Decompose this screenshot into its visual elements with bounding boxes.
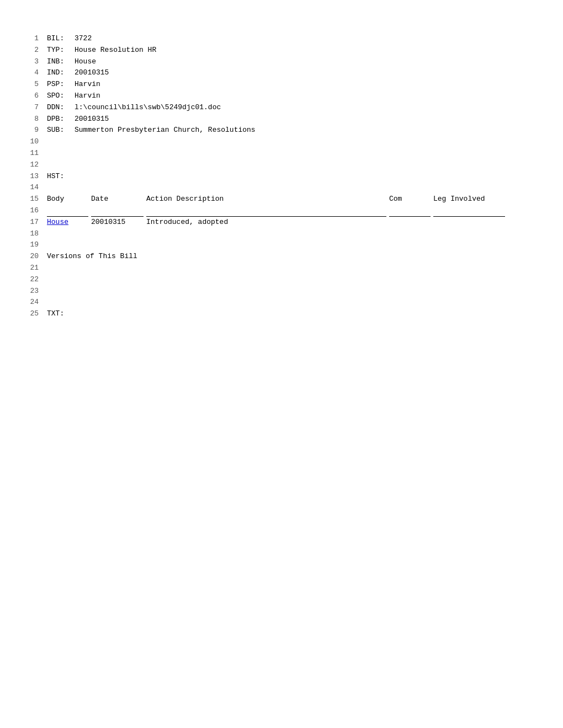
table-divider [47,205,541,217]
line-number: 21 [22,263,39,274]
field-line: HST: [47,171,541,183]
line-number: 2 [22,45,39,56]
line-number: 17 [22,217,39,228]
line-number: 14 [22,182,39,194]
field-line: PSP:Harvin [47,79,541,90]
empty-line [47,182,541,194]
line-12: 12 [22,159,541,171]
line-16: 16 [22,205,541,217]
line-20: 20Versions of This Bill [22,251,541,263]
field-label: SPO: [47,90,72,102]
field-line: SUB:Summerton Presbyterian Church, Resol… [47,125,541,136]
line-number: 6 [22,90,39,102]
field-label: SUB: [47,125,72,136]
field-line: INB:House [47,56,541,68]
field-value: 20010315 [75,115,109,123]
line-13: 13HST: [22,171,541,183]
field-value: House Resolution HR [75,46,156,54]
line-number: 4 [22,67,39,79]
line-7: 7DDN:l:\council\bills\swb\5249djc01.doc [22,102,541,114]
field-value: Harvin [75,92,100,100]
field-label: INB: [47,56,72,68]
com-cell [389,217,433,228]
empty-line [47,297,541,308]
line-11: 11 [22,148,541,159]
line-18: 18 [22,228,541,240]
line-number: 8 [22,114,39,125]
field-line: DPB:20010315 [47,114,541,125]
house-link[interactable]: House [47,218,68,226]
line-number: 16 [22,205,39,217]
leg-cell [433,217,516,228]
field-line: DDN:l:\council\bills\swb\5249djc01.doc [47,102,541,114]
document-container: 1BIL:37222TYP:House Resolution HR3INB:Ho… [22,33,541,320]
field-value: Summerton Presbyterian Church, Resolutio… [75,126,256,134]
empty-line [47,159,541,171]
field-label: DDN: [47,102,72,114]
line-1: 1BIL:3722 [22,33,541,45]
line-23: 23 [22,286,541,297]
line-17: 17House20010315Introduced, adopted [22,217,541,228]
table-row: House20010315Introduced, adopted [47,217,541,228]
line-number: 22 [22,274,39,286]
date-cell: 20010315 [91,217,146,228]
line-number: 13 [22,171,39,183]
line-24: 24 [22,297,541,308]
body-header: Body [47,194,91,205]
line-number: 15 [22,194,39,205]
empty-line [47,148,541,159]
field-label: HST: [47,171,72,183]
table-header: BodyDateAction DescriptionComLeg Involve… [47,194,541,205]
field-line: TXT: [47,308,541,320]
line-number: 7 [22,102,39,114]
field-value: 20010315 [75,68,109,77]
field-label: DPB: [47,114,72,125]
field-value: Harvin [75,80,100,88]
field-label: BIL: [47,33,72,45]
line-number: 9 [22,125,39,136]
field-label: TXT: [47,308,72,320]
empty-line [47,136,541,148]
line-number: 24 [22,297,39,308]
line-number: 11 [22,148,39,159]
line-number: 1 [22,33,39,45]
field-value: l:\council\bills\swb\5249djc01.doc [75,103,221,111]
line-number: 10 [22,136,39,148]
field-line: BIL:3722 [47,33,541,45]
line-19: 19 [22,239,541,251]
field-line: TYP:House Resolution HR [47,45,541,56]
line-25: 25TXT: [22,308,541,320]
leg-header: Leg Involved [433,194,516,205]
field-line: SPO:Harvin [47,90,541,102]
date-header: Date [91,194,146,205]
field-label: TYP: [47,45,72,56]
line-8: 8DPB:20010315 [22,114,541,125]
line-21: 21 [22,263,541,274]
line-10: 10 [22,136,541,148]
field-label: PSP: [47,79,72,90]
field-label: IND: [47,67,72,79]
field-value: 3722 [75,34,92,42]
line-6: 6SPO:Harvin [22,90,541,102]
versions-label: Versions of This Bill [47,251,541,263]
line-22: 22 [22,274,541,286]
empty-line [47,228,541,240]
line-number: 25 [22,308,39,320]
body-cell: House [47,217,91,228]
line-9: 9SUB:Summerton Presbyterian Church, Reso… [22,125,541,136]
line-14: 14 [22,182,541,194]
line-number: 20 [22,251,39,263]
line-number: 19 [22,239,39,251]
action-cell: Introduced, adopted [146,217,389,228]
empty-line [47,239,541,251]
action-header: Action Description [146,194,389,205]
line-number: 12 [22,159,39,171]
line-2: 2TYP:House Resolution HR [22,45,541,56]
line-number: 23 [22,286,39,297]
line-15: 15BodyDateAction DescriptionComLeg Invol… [22,194,541,205]
empty-line [47,286,541,297]
field-value: House [75,57,96,66]
line-number: 18 [22,228,39,240]
empty-line [47,274,541,286]
line-4: 4IND:20010315 [22,67,541,79]
